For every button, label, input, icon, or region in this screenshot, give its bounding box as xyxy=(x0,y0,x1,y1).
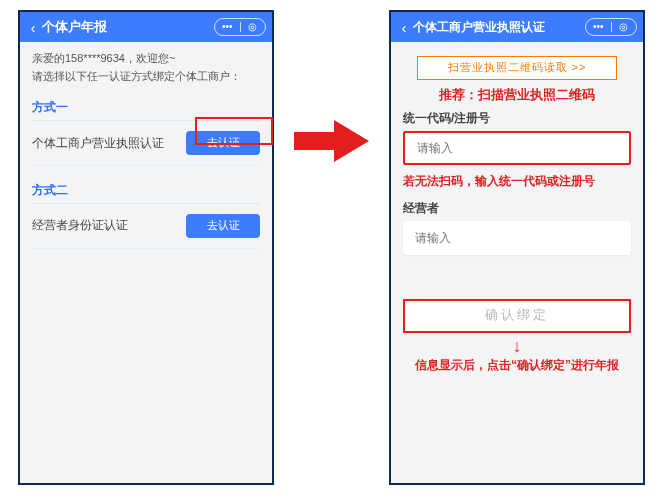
greeting-line1: 亲爱的158****9634，欢迎您~ xyxy=(32,50,260,68)
capsule-divider xyxy=(240,22,241,32)
final-tip: 信息显示后，点击“确认绑定”进行年报 xyxy=(403,357,631,374)
method2-row: 经营者身份证认证 去认证 xyxy=(32,204,260,249)
miniprogram-capsule[interactable]: ••• ◎ xyxy=(585,18,637,36)
miniprogram-capsule[interactable]: ••• ◎ xyxy=(214,18,266,36)
target-icon[interactable]: ◎ xyxy=(616,20,632,34)
page-title: 个体户年报 xyxy=(40,18,214,36)
operator-field xyxy=(403,221,631,255)
scan-qr-button[interactable]: 扫营业执照二维码读取 >> xyxy=(417,56,617,80)
page-title: 个体工商户营业执照认证 xyxy=(411,19,585,36)
dots-icon[interactable]: ••• xyxy=(219,20,235,34)
app-header: ‹ 个体户年报 ••• ◎ xyxy=(20,12,272,42)
operator-input[interactable] xyxy=(413,230,621,246)
back-icon[interactable]: ‹ xyxy=(397,20,411,35)
method1-row: 个体工商户营业执照认证 去认证 xyxy=(32,121,260,166)
method1-title: 方式一 xyxy=(32,99,260,121)
arrow-down-icon: ↓ xyxy=(403,337,631,355)
phone-panel-right: ‹ 个体工商户营业执照认证 ••• ◎ 扫营业执照二维码读取 >> 推荐：扫描营… xyxy=(389,10,645,485)
operator-label: 经营者 xyxy=(403,200,631,217)
greeting-line2: 请选择以下任一认证方式绑定个体工商户： xyxy=(32,68,260,86)
method1-auth-button[interactable]: 去认证 xyxy=(186,131,260,155)
dots-icon[interactable]: ••• xyxy=(590,20,606,34)
instruction-figure: ‹ 个体户年报 ••• ◎ 亲爱的158****9634，欢迎您~ 请选择以下任… xyxy=(0,0,667,502)
target-icon[interactable]: ◎ xyxy=(245,20,261,34)
method2-auth-button[interactable]: 去认证 xyxy=(186,214,260,238)
app-header: ‹ 个体工商户营业执照认证 ••• ◎ xyxy=(391,12,643,42)
method2-text: 经营者身份证认证 xyxy=(32,217,128,234)
code-field-highlight xyxy=(403,131,631,165)
greeting-text: 亲爱的158****9634，欢迎您~ 请选择以下任一认证方式绑定个体工商户： xyxy=(32,50,260,85)
phone-panel-left: ‹ 个体户年报 ••• ◎ 亲爱的158****9634，欢迎您~ 请选择以下任… xyxy=(18,10,274,485)
page-body: 亲爱的158****9634，欢迎您~ 请选择以下任一认证方式绑定个体工商户： … xyxy=(20,42,272,261)
confirm-bind-button[interactable]: 确认绑定 xyxy=(403,299,631,333)
capsule-divider xyxy=(611,22,612,32)
svg-marker-0 xyxy=(294,120,369,162)
code-input[interactable] xyxy=(415,140,619,156)
back-icon[interactable]: ‹ xyxy=(26,20,40,35)
code-label: 统一代码/注册号 xyxy=(403,110,631,127)
recommend-text: 推荐：扫描营业执照二维码 xyxy=(403,86,631,104)
code-tip: 若无法扫码，输入统一代码或注册号 xyxy=(403,173,631,190)
method2-title: 方式二 xyxy=(32,182,260,204)
method1-text: 个体工商户营业执照认证 xyxy=(32,135,164,152)
page-body: 扫营业执照二维码读取 >> 推荐：扫描营业执照二维码 统一代码/注册号 若无法扫… xyxy=(391,42,643,385)
arrow-right-icon xyxy=(294,120,369,162)
